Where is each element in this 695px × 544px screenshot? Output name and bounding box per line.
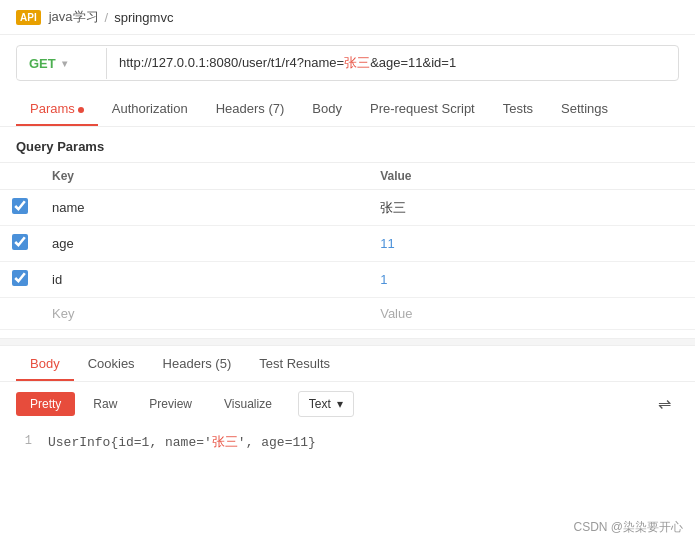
table-row: age 11	[0, 226, 695, 262]
format-preview[interactable]: Preview	[135, 392, 206, 416]
format-pretty[interactable]: Pretty	[16, 392, 75, 416]
row3-key[interactable]: id	[40, 262, 368, 298]
format-row: Pretty Raw Preview Visualize Text ▾ ⇌	[0, 382, 695, 425]
code-content: UserInfo{id=1, name='张三', age=11}	[48, 433, 316, 451]
tab-params[interactable]: Params	[16, 91, 98, 126]
tab-headers-label: Headers (7)	[216, 101, 285, 116]
url-input[interactable]: http://127.0.0.1:8080/user/t1/r4?name=张三…	[107, 46, 678, 80]
watermark: CSDN @染染要开心	[573, 519, 683, 536]
tab-tests[interactable]: Tests	[489, 91, 547, 126]
breadcrumb-parent[interactable]: java学习	[49, 8, 99, 26]
row1-key[interactable]: name	[40, 190, 368, 226]
tab-body-label: Body	[312, 101, 342, 116]
row2-value[interactable]: 11	[368, 226, 695, 262]
tab-test-results-label: Test Results	[259, 356, 330, 371]
row4-checkbox-cell	[0, 298, 40, 330]
breadcrumb: API java学习 / springmvc	[0, 0, 695, 35]
row2-checkbox[interactable]	[12, 234, 28, 250]
text-format-dropdown[interactable]: Text ▾	[298, 391, 354, 417]
query-params-title: Query Params	[0, 127, 695, 162]
code-suffix: ', age=11}	[238, 435, 316, 450]
row2-key[interactable]: age	[40, 226, 368, 262]
row4-value-placeholder[interactable]: Value	[368, 298, 695, 330]
format-visualize[interactable]: Visualize	[210, 392, 286, 416]
api-icon: API	[16, 10, 41, 25]
request-tabs: Params Authorization Headers (7) Body Pr…	[0, 91, 695, 127]
row1-checkbox-cell[interactable]	[0, 190, 40, 226]
tab-authorization[interactable]: Authorization	[98, 91, 202, 126]
url-highlight: 张三	[344, 55, 370, 70]
params-table: Key Value name 张三 age 11 id 1	[0, 162, 695, 330]
tab-prerequest[interactable]: Pre-request Script	[356, 91, 489, 126]
response-tabs: Body Cookies Headers (5) Test Results	[0, 346, 695, 382]
tab-response-headers[interactable]: Headers (5)	[149, 346, 246, 381]
breadcrumb-separator: /	[105, 10, 109, 25]
method-label: GET	[29, 56, 56, 71]
tab-tests-label: Tests	[503, 101, 533, 116]
tab-cookies[interactable]: Cookies	[74, 346, 149, 381]
tab-settings[interactable]: Settings	[547, 91, 622, 126]
url-prefix: http://127.0.0.1:8080/user/t1/r4?name=	[119, 55, 344, 70]
tab-body[interactable]: Body	[298, 91, 356, 126]
breadcrumb-current: springmvc	[114, 10, 173, 25]
format-raw[interactable]: Raw	[79, 392, 131, 416]
tab-authorization-label: Authorization	[112, 101, 188, 116]
row1-value[interactable]: 张三	[368, 190, 695, 226]
url-suffix: &age=11&id=1	[370, 55, 456, 70]
row3-checkbox-cell[interactable]	[0, 262, 40, 298]
url-bar: GET ▾ http://127.0.0.1:8080/user/t1/r4?n…	[16, 45, 679, 81]
col-key-header: Key	[40, 163, 368, 190]
tab-body-label: Body	[30, 356, 60, 371]
method-chevron-icon: ▾	[62, 58, 67, 69]
tab-cookies-label: Cookies	[88, 356, 135, 371]
tab-params-label: Params	[30, 101, 75, 116]
method-dropdown[interactable]: GET ▾	[17, 48, 107, 79]
section-divider	[0, 338, 695, 346]
text-format-label: Text	[309, 397, 331, 411]
tab-response-body[interactable]: Body	[16, 346, 74, 381]
format-chevron-icon: ▾	[337, 397, 343, 411]
table-row-empty: Key Value	[0, 298, 695, 330]
col-checkbox	[0, 163, 40, 190]
row1-checkbox[interactable]	[12, 198, 28, 214]
row4-key-placeholder[interactable]: Key	[40, 298, 368, 330]
row3-value[interactable]: 1	[368, 262, 695, 298]
row2-checkbox-cell[interactable]	[0, 226, 40, 262]
line-number: 1	[16, 433, 32, 451]
tab-headers[interactable]: Headers (7)	[202, 91, 299, 126]
tab-settings-label: Settings	[561, 101, 608, 116]
tab-test-results[interactable]: Test Results	[245, 346, 344, 381]
code-highlight: 张三	[212, 435, 238, 450]
table-row: id 1	[0, 262, 695, 298]
code-area: 1 UserInfo{id=1, name='张三', age=11}	[0, 425, 695, 459]
sort-icon[interactable]: ⇌	[650, 390, 679, 417]
col-value-header: Value	[368, 163, 695, 190]
tab-headers-label: Headers (5)	[163, 356, 232, 371]
params-dot	[78, 107, 84, 113]
table-row: name 张三	[0, 190, 695, 226]
tab-prerequest-label: Pre-request Script	[370, 101, 475, 116]
row3-checkbox[interactable]	[12, 270, 28, 286]
code-prefix: UserInfo{id=1, name='	[48, 435, 212, 450]
